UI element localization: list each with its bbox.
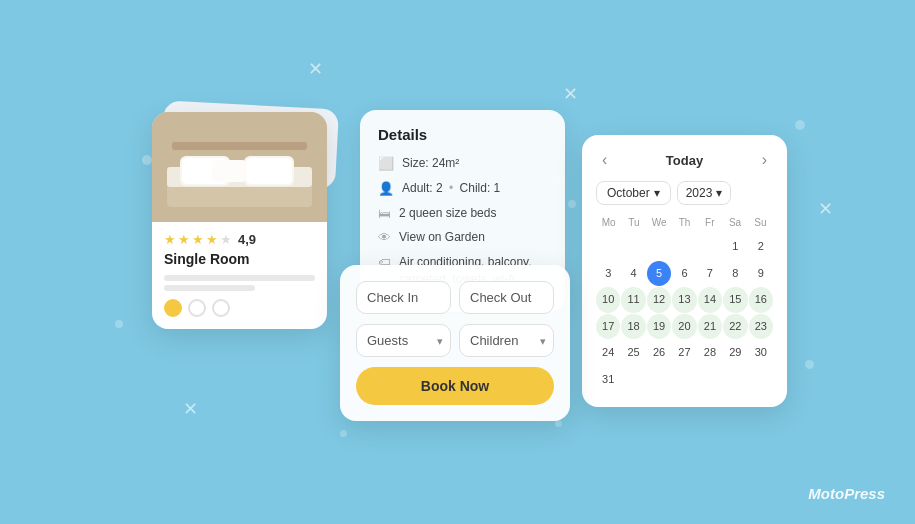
cal-day-22[interactable]: 22 <box>723 314 747 340</box>
size-text: Size: 24m² <box>402 155 459 172</box>
cal-day-empty-1 <box>596 234 620 260</box>
detail-view: 👁 View on Garden <box>378 229 547 246</box>
dot-deco-3 <box>340 430 347 437</box>
calendar-month-label: October <box>607 186 650 200</box>
children-select[interactable]: Children 0 1 2 3 <box>459 324 554 357</box>
details-title: Details <box>378 126 547 143</box>
hotel-card-image <box>152 112 327 222</box>
calendar-days: 1 2 3 4 5 6 7 8 9 10 11 12 13 14 15 16 1… <box>596 234 773 393</box>
cal-day-10[interactable]: 10 <box>596 287 620 313</box>
star-3: ★ <box>192 232 204 247</box>
cal-day-5-today[interactable]: 5 <box>647 261 671 287</box>
cal-day-20[interactable]: 20 <box>672 314 696 340</box>
weekday-we: We <box>647 215 672 230</box>
cal-day-6[interactable]: 6 <box>672 261 696 287</box>
dot-deco-4 <box>568 200 576 208</box>
dot-deco-7 <box>555 420 562 427</box>
cal-day-13[interactable]: 13 <box>672 287 696 313</box>
cal-day-18[interactable]: 18 <box>621 314 645 340</box>
cal-day-12[interactable]: 12 <box>647 287 671 313</box>
size-icon: ⬜ <box>378 156 394 171</box>
cross-deco-2: ✕ <box>563 83 578 105</box>
calendar-prev-button[interactable]: ‹ <box>596 149 613 171</box>
cal-day-empty-9 <box>698 367 722 393</box>
check-in-field[interactable]: Check In <box>356 281 451 314</box>
calendar-grid: Mo Tu We Th Fr Sa Su 1 2 3 4 5 6 7 8 9 <box>596 215 773 393</box>
star-rating: ★ ★ ★ ★ ★ 4,9 <box>164 232 315 247</box>
rating-value: 4,9 <box>238 232 256 247</box>
cal-day-30[interactable]: 30 <box>749 340 773 366</box>
cal-day-29[interactable]: 29 <box>723 340 747 366</box>
calendar-month-arrow: ▾ <box>654 186 660 200</box>
calendar-year-button[interactable]: 2023 ▾ <box>677 181 732 205</box>
calendar-header: ‹ Today › <box>596 149 773 171</box>
view-text: View on Garden <box>399 229 485 246</box>
cal-day-27[interactable]: 27 <box>672 340 696 366</box>
cal-day-empty-2 <box>621 234 645 260</box>
calendar-month-button[interactable]: October ▾ <box>596 181 671 205</box>
pagination-dot-1[interactable] <box>164 299 182 317</box>
cal-day-28[interactable]: 28 <box>698 340 722 366</box>
cal-day-9[interactable]: 9 <box>749 261 773 287</box>
detail-beds: 🛏 2 queen size beds <box>378 205 547 222</box>
booking-form: Check In Check Out Guests 1 Guest 2 Gues… <box>340 265 570 421</box>
cal-day-17[interactable]: 17 <box>596 314 620 340</box>
cal-day-1[interactable]: 1 <box>723 234 747 260</box>
date-row: Check In Check Out <box>356 281 554 314</box>
desc-line-1 <box>164 275 315 281</box>
bed-icon: 🛏 <box>378 206 391 221</box>
cross-deco-3: ✕ <box>818 198 833 220</box>
detail-occupancy: 👤 Adult: 2 • Child: 1 <box>378 180 547 197</box>
weekday-fr: Fr <box>697 215 722 230</box>
cal-day-7[interactable]: 7 <box>698 261 722 287</box>
calendar-month-row: October ▾ 2023 ▾ <box>596 181 773 205</box>
cal-day-14[interactable]: 14 <box>698 287 722 313</box>
calendar-year-arrow: ▾ <box>716 186 722 200</box>
cal-day-11[interactable]: 11 <box>621 287 645 313</box>
calendar-today-label: Today <box>666 153 703 168</box>
cal-day-26[interactable]: 26 <box>647 340 671 366</box>
calendar-weekdays: Mo Tu We Th Fr Sa Su <box>596 215 773 230</box>
cal-day-15[interactable]: 15 <box>723 287 747 313</box>
star-2: ★ <box>178 232 190 247</box>
cal-day-3[interactable]: 3 <box>596 261 620 287</box>
cal-day-8[interactable]: 8 <box>723 261 747 287</box>
calendar-card: ‹ Today › October ▾ 2023 ▾ Mo Tu We Th F… <box>582 135 787 407</box>
guests-select[interactable]: Guests 1 Guest 2 Guests 3 Guests <box>356 324 451 357</box>
pagination <box>164 299 315 317</box>
cal-day-4[interactable]: 4 <box>621 261 645 287</box>
pagination-dot-3[interactable] <box>212 299 230 317</box>
guests-wrapper: Guests 1 Guest 2 Guests 3 Guests ▾ <box>356 324 451 357</box>
person-icon: 👤 <box>378 181 394 196</box>
beds-text: 2 queen size beds <box>399 205 496 222</box>
cal-day-24[interactable]: 24 <box>596 340 620 366</box>
cal-day-31[interactable]: 31 <box>596 367 620 393</box>
cal-day-2[interactable]: 2 <box>749 234 773 260</box>
dot-deco-5 <box>795 120 805 130</box>
cal-day-16[interactable]: 16 <box>749 287 773 313</box>
cal-day-21[interactable]: 21 <box>698 314 722 340</box>
weekday-tu: Tu <box>621 215 646 230</box>
check-out-field[interactable]: Check Out <box>459 281 554 314</box>
star-4: ★ <box>206 232 218 247</box>
cal-day-empty-5 <box>698 234 722 260</box>
cal-day-19[interactable]: 19 <box>647 314 671 340</box>
occupancy-text: Adult: 2 • Child: 1 <box>402 180 500 197</box>
dot-deco-6 <box>805 360 814 369</box>
book-now-button[interactable]: Book Now <box>356 367 554 405</box>
cal-day-25[interactable]: 25 <box>621 340 645 366</box>
pagination-dot-2[interactable] <box>188 299 206 317</box>
calendar-next-button[interactable]: › <box>756 149 773 171</box>
cal-day-empty-11 <box>749 367 773 393</box>
hotel-card-body: ★ ★ ★ ★ ★ 4,9 Single Room <box>152 222 327 329</box>
room-name: Single Room <box>164 251 315 267</box>
guest-row: Guests 1 Guest 2 Guests 3 Guests ▾ Child… <box>356 324 554 357</box>
weekday-su: Su <box>748 215 773 230</box>
desc-line-2 <box>164 285 255 291</box>
cal-day-23[interactable]: 23 <box>749 314 773 340</box>
calendar-year-label: 2023 <box>686 186 713 200</box>
cal-day-empty-10 <box>723 367 747 393</box>
weekday-mo: Mo <box>596 215 621 230</box>
cal-day-empty-4 <box>672 234 696 260</box>
children-wrapper: Children 0 1 2 3 ▾ <box>459 324 554 357</box>
